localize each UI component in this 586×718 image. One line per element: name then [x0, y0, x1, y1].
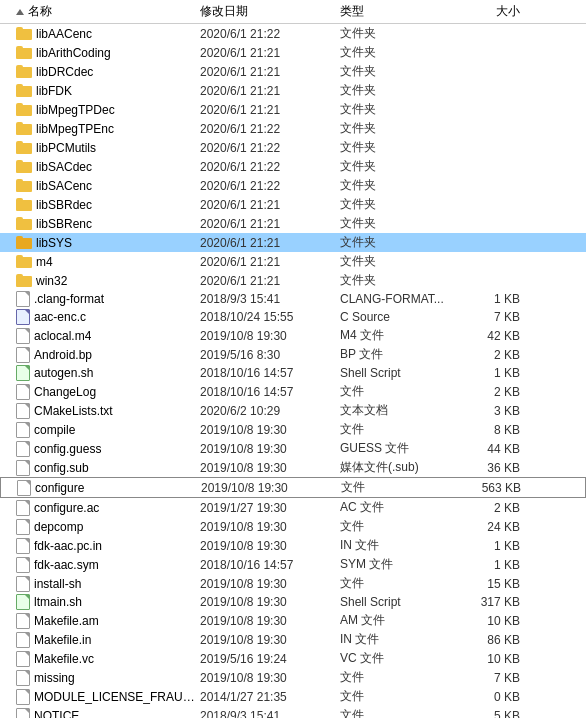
file-name-text: .clang-format [34, 292, 104, 306]
file-date: 2018/10/24 15:55 [200, 310, 340, 324]
file-size: 10 KB [470, 614, 530, 628]
file-name-cell: Makefile.in [0, 632, 200, 648]
file-date: 2018/10/16 14:57 [200, 558, 340, 572]
file-icon [16, 613, 30, 629]
col-type-header[interactable]: 类型 [340, 3, 470, 20]
file-type: AM 文件 [340, 612, 470, 629]
file-name-text: NOTICE [34, 709, 79, 719]
file-icon [16, 460, 30, 476]
file-name-text: install-sh [34, 577, 81, 591]
file-name-cell: config.sub [0, 460, 200, 476]
list-item[interactable]: libSBRenc2020/6/1 21:21文件夹 [0, 214, 586, 233]
list-item[interactable]: libSACdec2020/6/1 21:22文件夹 [0, 157, 586, 176]
col-date-header[interactable]: 修改日期 [200, 3, 340, 20]
file-name-cell: libDRCdec [0, 65, 200, 79]
list-item[interactable]: libSYS2020/6/1 21:21文件夹 [0, 233, 586, 252]
file-name-cell: libMpegTPEnc [0, 122, 200, 136]
file-type: 文件夹 [340, 272, 470, 289]
list-item[interactable]: fdk-aac.sym2018/10/16 14:57SYM 文件1 KB [0, 555, 586, 574]
file-icon [16, 519, 30, 535]
file-name-text: config.guess [34, 442, 101, 456]
file-name-text: autogen.sh [34, 366, 93, 380]
list-item[interactable]: fdk-aac.pc.in2019/10/8 19:30IN 文件1 KB [0, 536, 586, 555]
file-name-text: libSBRenc [36, 217, 92, 231]
file-type: 文件 [340, 518, 470, 535]
file-name-cell: Android.bp [0, 347, 200, 363]
file-type: C Source [340, 310, 470, 324]
column-headers[interactable]: 名称 修改日期 类型 大小 [0, 0, 586, 24]
file-size: 3 KB [470, 404, 530, 418]
list-item[interactable]: compile2019/10/8 19:30文件8 KB [0, 420, 586, 439]
list-item[interactable]: config.guess2019/10/8 19:30GUESS 文件44 KB [0, 439, 586, 458]
list-item[interactable]: CMakeLists.txt2020/6/2 10:29文本文档3 KB [0, 401, 586, 420]
list-item[interactable]: libAACenc2020/6/1 21:22文件夹 [0, 24, 586, 43]
list-item[interactable]: ltmain.sh2019/10/8 19:30Shell Script317 … [0, 593, 586, 611]
file-type: 文件夹 [340, 196, 470, 213]
col-name-header[interactable]: 名称 [0, 3, 200, 20]
file-name-cell: autogen.sh [0, 365, 200, 381]
list-item[interactable]: .clang-format2018/9/3 15:41CLANG-FORMAT.… [0, 290, 586, 308]
file-type: IN 文件 [340, 537, 470, 554]
list-item[interactable]: m42020/6/1 21:21文件夹 [0, 252, 586, 271]
file-name-cell: libSACdec [0, 160, 200, 174]
folder-icon [16, 65, 32, 78]
list-item[interactable]: Makefile.in2019/10/8 19:30IN 文件86 KB [0, 630, 586, 649]
file-size: 2 KB [470, 501, 530, 515]
file-type: 文件夹 [340, 44, 470, 61]
list-item[interactable]: MODULE_LICENSE_FRAUNHOFER2014/1/27 21:35… [0, 687, 586, 706]
file-name-text: m4 [36, 255, 53, 269]
file-name-cell: libPCMutils [0, 141, 200, 155]
list-item[interactable]: Makefile.am2019/10/8 19:30AM 文件10 KB [0, 611, 586, 630]
list-item[interactable]: configure.ac2019/1/27 19:30AC 文件2 KB [0, 498, 586, 517]
list-item[interactable]: autogen.sh2018/10/16 14:57Shell Script1 … [0, 364, 586, 382]
file-date: 2018/10/16 14:57 [200, 366, 340, 380]
list-item[interactable]: configure2019/10/8 19:30文件563 KB [0, 477, 586, 498]
file-name-cell: libArithCoding [0, 46, 200, 60]
folder-icon [16, 103, 32, 116]
list-item[interactable]: libDRCdec2020/6/1 21:21文件夹 [0, 62, 586, 81]
list-item[interactable]: libMpegTPDec2020/6/1 21:21文件夹 [0, 100, 586, 119]
list-item[interactable]: Android.bp2019/5/16 8:30BP 文件2 KB [0, 345, 586, 364]
file-icon [16, 441, 30, 457]
file-size: 0 KB [470, 690, 530, 704]
file-date: 2020/6/1 21:22 [200, 179, 340, 193]
list-item[interactable]: Makefile.vc2019/5/16 19:24VC 文件10 KB [0, 649, 586, 668]
list-item[interactable]: libMpegTPEnc2020/6/1 21:22文件夹 [0, 119, 586, 138]
list-item[interactable]: depcomp2019/10/8 19:30文件24 KB [0, 517, 586, 536]
file-name-cell: libSYS [0, 236, 200, 250]
list-item[interactable]: NOTICE2018/9/3 15:41文件5 KB [0, 706, 586, 718]
folder-icon [16, 217, 32, 230]
list-item[interactable]: libArithCoding2020/6/1 21:21文件夹 [0, 43, 586, 62]
file-date: 2018/9/3 15:41 [200, 709, 340, 719]
file-name-text: libPCMutils [36, 141, 96, 155]
file-name-cell: libMpegTPDec [0, 103, 200, 117]
list-item[interactable]: libSBRdec2020/6/1 21:21文件夹 [0, 195, 586, 214]
list-item[interactable]: libFDK2020/6/1 21:21文件夹 [0, 81, 586, 100]
file-name-text: depcomp [34, 520, 83, 534]
list-item[interactable]: win322020/6/1 21:21文件夹 [0, 271, 586, 290]
file-size: 563 KB [471, 481, 531, 495]
list-item[interactable]: libPCMutils2020/6/1 21:22文件夹 [0, 138, 586, 157]
file-name-cell: NOTICE [0, 708, 200, 719]
file-name-cell: CMakeLists.txt [0, 403, 200, 419]
file-date: 2019/10/8 19:30 [201, 481, 341, 495]
file-type: 文件 [340, 688, 470, 705]
file-date: 2019/10/8 19:30 [200, 520, 340, 534]
list-item[interactable]: install-sh2019/10/8 19:30文件15 KB [0, 574, 586, 593]
file-name-text: libMpegTPEnc [36, 122, 114, 136]
file-type: BP 文件 [340, 346, 470, 363]
file-size: 1 KB [470, 292, 530, 306]
file-name-text: configure [35, 481, 84, 495]
file-date: 2020/6/1 21:21 [200, 198, 340, 212]
file-date: 2020/6/2 10:29 [200, 404, 340, 418]
list-item[interactable]: config.sub2019/10/8 19:30媒体文件(.sub)36 KB [0, 458, 586, 477]
list-item[interactable]: libSACenc2020/6/1 21:22文件夹 [0, 176, 586, 195]
list-item[interactable]: ChangeLog2018/10/16 14:57文件2 KB [0, 382, 586, 401]
file-type: 文件夹 [340, 139, 470, 156]
file-date: 2020/6/1 21:22 [200, 122, 340, 136]
list-item[interactable]: missing2019/10/8 19:30文件7 KB [0, 668, 586, 687]
list-item[interactable]: aclocal.m42019/10/8 19:30M4 文件42 KB [0, 326, 586, 345]
file-size: 36 KB [470, 461, 530, 475]
list-item[interactable]: aac-enc.c2018/10/24 15:55C Source7 KB [0, 308, 586, 326]
col-size-header[interactable]: 大小 [470, 3, 530, 20]
